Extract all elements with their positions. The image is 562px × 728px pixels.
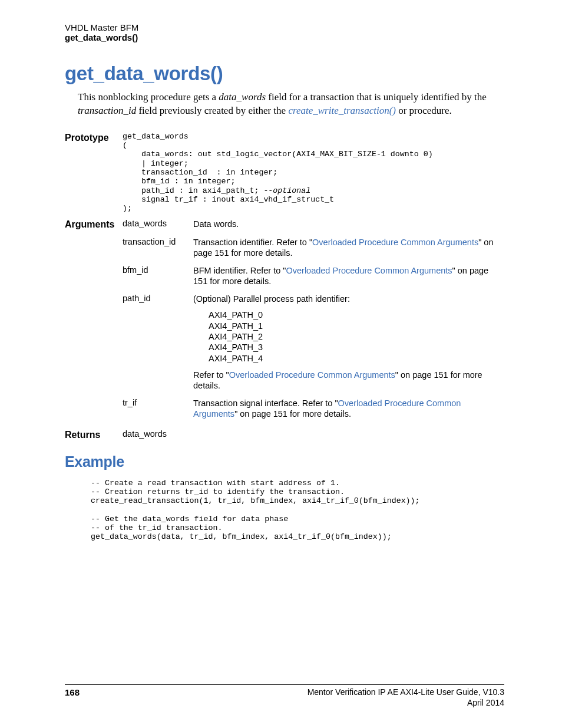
- arg-text: Refer to "Overloaded Procedure Common Ar…: [193, 370, 504, 391]
- arg-text: BFM identifier. Refer to ": [193, 266, 286, 275]
- returns-value: data_words: [123, 429, 193, 439]
- intro-text: field for a transaction that is uniquely…: [266, 91, 487, 103]
- cross-ref-link[interactable]: create_write_transaction(): [288, 105, 396, 116]
- arg-text: Refer to ": [193, 370, 229, 380]
- code-line: signal tr_if : inout axi4_vhd_if_struct_…: [123, 195, 334, 204]
- list-item: AXI4_PATH_1: [209, 321, 504, 331]
- arg-name: tr_if: [123, 398, 193, 419]
- arg-desc: BFM identifier. Refer to "Overloaded Pro…: [193, 265, 504, 286]
- intro-text: field previously created by either the: [136, 105, 288, 116]
- returns-body: data_words: [123, 429, 504, 440]
- prototype-body: get_data_words ( data_words: out std_log…: [123, 132, 504, 213]
- footer-date: April 2014: [308, 698, 504, 709]
- table-row: data_words Data words.: [123, 219, 504, 229]
- header-chapter: VHDL Master BFM: [65, 22, 504, 32]
- code-comment: --optional: [263, 186, 310, 195]
- code-line: (: [123, 141, 127, 150]
- page-title: get_data_words(): [65, 62, 504, 85]
- code-line: data_words: out std_logic_vector(AXI4_MA…: [123, 150, 433, 159]
- arguments-body: data_words Data words. transaction_id Tr…: [123, 219, 504, 423]
- prototype-code: get_data_words ( data_words: out std_log…: [123, 132, 504, 213]
- arg-name: transaction_id: [123, 237, 193, 258]
- arg-desc: Transaction signal interface. Refer to "…: [193, 398, 504, 419]
- arg-desc: Transaction identifier. Refer to "Overlo…: [193, 237, 504, 258]
- prototype-section: Prototype get_data_words ( data_words: o…: [65, 132, 504, 213]
- example-heading: Example: [65, 453, 504, 470]
- intro-em-transaction-id: transaction_id: [78, 105, 136, 116]
- page-number: 168: [65, 687, 80, 697]
- prototype-label: Prototype: [65, 132, 123, 213]
- intro-em-data-words: data_words: [219, 91, 266, 103]
- list-item: AXI4_PATH_0: [209, 310, 504, 320]
- intro-text: or procedure.: [396, 105, 452, 116]
- returns-label: Returns: [65, 429, 123, 440]
- list-item: AXI4_PATH_4: [209, 354, 504, 364]
- page-footer: 168 Mentor Verification IP AE AXI4-Lite …: [65, 684, 504, 708]
- arg-name: path_id: [123, 294, 193, 391]
- table-row: transaction_id Transaction identifier. R…: [123, 237, 504, 258]
- arg-text: " on page 151 for more details.: [234, 409, 351, 419]
- returns-section: Returns data_words: [65, 429, 504, 440]
- arguments-label: Arguments: [65, 219, 123, 423]
- arg-desc: (Optional) Parallel process path identif…: [193, 294, 504, 391]
- arg-text: Transaction signal interface. Refer to ": [193, 398, 338, 408]
- code-line: get_data_words: [123, 132, 189, 141]
- list-item: AXI4_PATH_2: [209, 332, 504, 342]
- code-line: );: [123, 204, 132, 213]
- footer-doc-title: Mentor Verification IP AE AXI4-Lite User…: [308, 687, 504, 698]
- example-code: -- Create a read transaction with start …: [91, 479, 504, 542]
- code-line: bfm_id : in integer;: [123, 177, 236, 186]
- code-line: transaction_id : in integer;: [123, 168, 277, 177]
- arg-text: (Optional) Parallel process path identif…: [193, 294, 504, 304]
- arg-text: Transaction identifier. Refer to ": [193, 238, 312, 247]
- intro-text: This nonblocking procedure gets a: [78, 91, 219, 103]
- code-line: path_id : in axi4_path_t;: [123, 186, 263, 195]
- arg-name: data_words: [123, 219, 193, 229]
- code-line: | integer;: [123, 159, 189, 168]
- table-row: bfm_id BFM identifier. Refer to "Overloa…: [123, 265, 504, 286]
- intro-paragraph: This nonblocking procedure gets a data_w…: [78, 91, 504, 118]
- cross-ref-link[interactable]: Overloaded Procedure Common Arguments: [312, 238, 478, 247]
- cross-ref-link[interactable]: Overloaded Procedure Common Arguments: [229, 370, 395, 380]
- cross-ref-link[interactable]: Overloaded Procedure Common Arguments: [286, 266, 452, 275]
- header-section: get_data_words(): [65, 32, 504, 42]
- divider: [65, 684, 504, 685]
- arg-name: bfm_id: [123, 265, 193, 286]
- arguments-section: Arguments data_words Data words. transac…: [65, 219, 504, 423]
- arg-desc: Data words.: [193, 219, 504, 229]
- path-id-list: AXI4_PATH_0 AXI4_PATH_1 AXI4_PATH_2 AXI4…: [209, 310, 504, 364]
- list-item: AXI4_PATH_3: [209, 342, 504, 353]
- table-row: path_id (Optional) Parallel process path…: [123, 294, 504, 391]
- table-row: tr_if Transaction signal interface. Refe…: [123, 398, 504, 419]
